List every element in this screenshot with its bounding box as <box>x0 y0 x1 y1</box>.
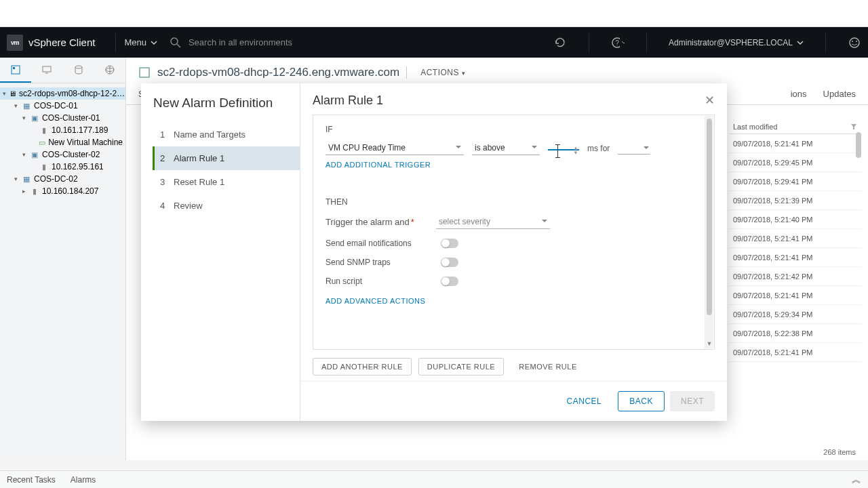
tree-host1[interactable]: ▮10.161.177.189 <box>0 124 125 136</box>
then-text: Trigger the alarm and* <box>326 217 414 227</box>
tab-updates[interactable]: Updates <box>823 83 856 104</box>
svg-point-0 <box>171 38 178 45</box>
trigger-metric-select[interactable]: VM CPU Ready Time <box>326 141 464 155</box>
scrollbar-thumb[interactable] <box>707 119 712 315</box>
app-title: vSphere Client <box>28 37 95 48</box>
new-alarm-modal: New Alarm Definition 1Name and Targets 2… <box>141 83 727 421</box>
svg-point-4 <box>850 38 859 47</box>
search-placeholder[interactable]: Search in all environments <box>189 37 292 47</box>
cancel-button[interactable]: CANCEL <box>556 391 613 411</box>
step-name-targets[interactable]: 1Name and Targets <box>153 123 300 146</box>
tree-vm1[interactable]: ▭New Virtual Machine <box>0 136 125 148</box>
bottom-panel: Recent Tasks Alarms ︽ <box>0 470 868 488</box>
user-menu[interactable]: Administrator@VSPHERE.LOCAL <box>669 38 804 47</box>
severity-select[interactable]: select severity <box>436 215 550 229</box>
email-toggle[interactable] <box>441 239 458 248</box>
step-reset-rule-1[interactable]: 3Reset Rule 1 <box>153 170 300 194</box>
svg-rect-8 <box>13 67 15 69</box>
svg-line-1 <box>177 44 180 47</box>
sidebar-tab-network-icon[interactable] <box>94 58 125 83</box>
tree-host3[interactable]: ▸▮10.160.184.207 <box>0 185 125 197</box>
text-cursor-icon <box>557 144 558 158</box>
smiley-icon[interactable] <box>848 36 861 49</box>
svg-text:?: ? <box>615 39 619 47</box>
spinner-icon[interactable]: ▲▼ <box>573 146 578 155</box>
chevron-down-icon <box>151 39 157 46</box>
sidebar: ▾🖥sc2-rdops-vm08-dhcp-12-2… ▾▦COS-DC-01 … <box>0 58 126 460</box>
scroll-down-icon[interactable]: ▼ <box>705 340 713 347</box>
tab-alarms[interactable]: Alarms <box>71 475 96 485</box>
back-button[interactable]: BACK <box>618 391 665 411</box>
tree-host2[interactable]: ▮10.162.95.161 <box>0 161 125 173</box>
trigger-value-input[interactable]: ▲▼ <box>548 146 579 150</box>
script-toggle[interactable] <box>441 277 458 286</box>
step-review[interactable]: 4Review <box>153 194 300 218</box>
vmware-logo-icon: vm <box>7 35 23 51</box>
add-another-rule-button[interactable]: ADD ANOTHER RULE <box>313 358 412 375</box>
remove-rule-button[interactable]: REMOVE RULE <box>511 358 585 375</box>
browser-chrome-placeholder <box>0 0 868 27</box>
ms-for-label: ms for <box>587 144 610 153</box>
tree-root[interactable]: ▾🖥sc2-rdops-vm08-dhcp-12-2… <box>0 87 125 100</box>
snmp-toggle[interactable] <box>441 258 458 267</box>
next-button: NEXT <box>670 391 715 411</box>
svg-point-11 <box>75 66 82 68</box>
inventory-tree: ▾🖥sc2-rdops-vm08-dhcp-12-2… ▾▦COS-DC-01 … <box>0 83 125 201</box>
table-row[interactable]: 09/07/2018, 5:21:40 PM <box>729 210 861 229</box>
tab-recent-tasks[interactable]: Recent Tasks <box>7 475 56 485</box>
refresh-icon[interactable] <box>553 36 567 49</box>
rule-form: IF VM CPU Ready Time is above ▲▼ ms for … <box>313 115 715 350</box>
table-row[interactable]: 09/07/2018, 5:21:41 PM <box>729 229 861 248</box>
step-alarm-rule-1[interactable]: 2Alarm Rule 1 <box>153 146 300 170</box>
table-row[interactable]: 09/07/2018, 5:21:41 PM <box>729 343 861 362</box>
app-header: vm vSphere Client Menu Search in all env… <box>0 27 868 58</box>
modal-scrollbar[interactable]: ▼ <box>705 116 713 348</box>
grid-scrollbar-thumb[interactable] <box>856 132 861 158</box>
tree-cluster1[interactable]: ▾▣COS-Cluster-01 <box>0 112 125 124</box>
vcenter-icon <box>138 66 151 79</box>
then-label: THEN <box>326 197 694 207</box>
sidebar-tab-hosts-icon[interactable] <box>0 58 31 83</box>
svg-rect-7 <box>12 66 20 74</box>
trigger-operator-select[interactable]: is above <box>472 141 540 155</box>
table-row[interactable]: 09/07/2018, 5:21:39 PM <box>729 191 861 210</box>
table-row[interactable]: 09/07/2018, 5:21:41 PM <box>729 248 861 267</box>
tab-extensions-partial[interactable]: ions <box>791 83 807 104</box>
script-toggle-label: Run script <box>326 277 420 286</box>
help-icon[interactable]: ? <box>611 36 625 49</box>
col-header-lastmod[interactable]: Last modified <box>729 120 861 134</box>
table-row[interactable]: 09/07/2018, 5:22:38 PM <box>729 324 861 343</box>
table-row[interactable]: 09/07/2018, 5:21:42 PM <box>729 267 861 286</box>
duplicate-rule-button[interactable]: DUPLICATE RULE <box>418 358 504 375</box>
add-trigger-link[interactable]: ADD ADDITIONAL TRIGGER <box>326 161 694 169</box>
chevron-down-icon <box>621 40 625 45</box>
sidebar-tab-vms-icon[interactable] <box>31 58 62 83</box>
if-label: IF <box>326 125 694 134</box>
sidebar-tab-storage-icon[interactable] <box>63 58 94 83</box>
svg-rect-9 <box>43 66 51 72</box>
close-icon[interactable]: ✕ <box>705 93 715 108</box>
wizard-steps: New Alarm Definition 1Name and Targets 2… <box>141 83 300 421</box>
table-row[interactable]: 09/07/2018, 5:29:41 PM <box>729 172 861 191</box>
search-icon <box>170 37 182 49</box>
trigger-duration-select[interactable] <box>618 142 650 155</box>
expand-up-icon[interactable]: ︽ <box>852 474 861 486</box>
user-label: Administrator@VSPHERE.LOCAL <box>669 38 793 47</box>
items-count: 268 items <box>823 448 856 456</box>
snmp-toggle-label: Send SNMP traps <box>326 258 420 267</box>
table-row[interactable]: 09/07/2018, 5:29:34 PM <box>729 305 861 324</box>
actions-menu[interactable]: ACTIONS ▾ <box>420 68 465 77</box>
filter-icon[interactable] <box>850 123 857 130</box>
email-toggle-label: Send email notifications <box>326 239 420 248</box>
menu-dropdown[interactable]: Menu <box>124 37 157 47</box>
tree-cluster2[interactable]: ▾▣COS-Cluster-02 <box>0 148 125 161</box>
table-row[interactable]: 09/07/2018, 5:29:45 PM <box>729 153 861 172</box>
svg-point-6 <box>856 41 857 42</box>
svg-point-5 <box>852 41 853 42</box>
table-row[interactable]: 09/07/2018, 5:21:41 PM <box>729 134 861 153</box>
add-advanced-link[interactable]: ADD ADVANCED ACTIONS <box>326 297 694 305</box>
panel-title: Alarm Rule 1 <box>313 94 383 108</box>
tree-dc2[interactable]: ▾▦COS-DC-02 <box>0 173 125 185</box>
table-row[interactable]: 09/07/2018, 5:21:41 PM <box>729 286 861 305</box>
tree-dc1[interactable]: ▾▦COS-DC-01 <box>0 100 125 112</box>
